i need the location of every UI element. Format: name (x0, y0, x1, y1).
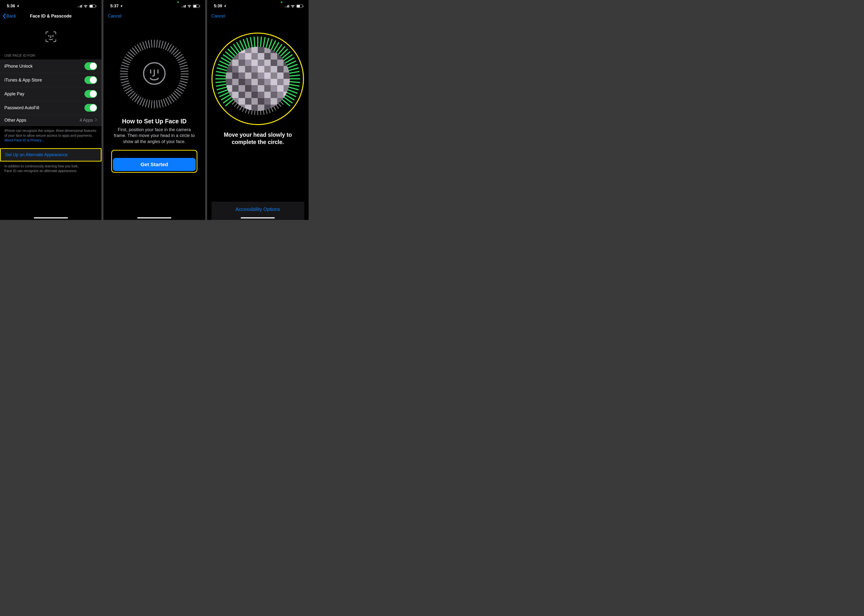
svg-line-33 (165, 98, 168, 105)
status-bar: 5:39 (207, 0, 308, 11)
svg-line-94 (290, 75, 300, 76)
svg-line-36 (159, 100, 160, 107)
svg-line-71 (146, 41, 148, 48)
cancel-button[interactable]: Cancel (209, 14, 225, 19)
svg-line-60 (122, 62, 129, 65)
get-started-button[interactable]: Get Started (113, 158, 196, 171)
svg-line-43 (140, 98, 143, 105)
svg-line-23 (180, 81, 187, 83)
scan-instruction: Move your head slowly to complete the ci… (211, 131, 304, 146)
svg-line-25 (179, 85, 185, 88)
row-label: iPhone Unlock (5, 64, 33, 69)
row-other-apps[interactable]: Other Apps 4 Apps (0, 115, 101, 126)
svg-line-5 (161, 41, 163, 48)
svg-line-109 (269, 108, 270, 113)
section-header: USE FACE ID FOR: (0, 50, 101, 59)
svg-line-4 (159, 40, 160, 48)
svg-line-96 (290, 82, 300, 82)
svg-line-7 (165, 43, 168, 50)
toggle-apple-pay[interactable] (85, 90, 97, 98)
screen-faceid-scanning: 5:39 Cancel Move your head slowly to com… (207, 0, 308, 220)
faceid-hero-icon (0, 23, 101, 50)
setup-alternate-appearance-row[interactable]: Set Up an Alternate Appearance (0, 148, 101, 162)
home-indicator[interactable] (137, 217, 172, 218)
svg-line-41 (146, 100, 148, 107)
svg-line-105 (278, 103, 281, 107)
screen-faceid-setup-intro: 5:37 Cancel How to Set Up Face ID Fir (104, 0, 205, 220)
svg-line-147 (250, 38, 252, 48)
nav-bar: Cancel (207, 11, 308, 23)
svg-line-40 (148, 100, 150, 107)
row-label: iTunes & App Store (5, 78, 42, 83)
svg-line-145 (243, 39, 247, 49)
svg-line-118 (242, 107, 245, 112)
status-time: 5:39 (214, 4, 222, 8)
wifi-icon (83, 5, 88, 8)
svg-line-73 (151, 40, 152, 47)
toggle-autofill[interactable] (85, 104, 97, 112)
svg-line-135 (219, 64, 228, 68)
svg-line-6 (164, 42, 166, 49)
row-label: Other Apps (5, 118, 26, 123)
camera-indicator-dot (281, 2, 282, 3)
svg-line-51 (123, 85, 130, 88)
svg-line-61 (123, 60, 130, 63)
row-itunes-appstore[interactable]: iTunes & App Store (0, 73, 101, 87)
svg-line-80 (266, 38, 269, 49)
svg-line-79 (263, 38, 265, 48)
home-indicator[interactable] (34, 217, 68, 218)
svg-line-107 (274, 106, 276, 110)
screen-faceid-settings: 5:36 Back Face ID & Passcode USE FACE ID… (0, 0, 101, 220)
face-scan-ring (211, 33, 304, 125)
svg-line-133 (217, 72, 227, 73)
svg-line-130 (216, 82, 227, 82)
get-started-highlight: Get Started (111, 150, 197, 173)
svg-line-128 (217, 87, 227, 90)
svg-line-99 (288, 90, 297, 93)
row-iphone-unlock[interactable]: iPhone Unlock (0, 59, 101, 73)
setup-alternate-appearance-label: Set Up an Alternate Appearance (5, 152, 68, 157)
svg-line-104 (280, 101, 283, 104)
battery-icon (89, 5, 96, 8)
svg-line-18 (181, 68, 188, 69)
svg-line-35 (161, 100, 163, 107)
svg-line-91 (288, 64, 297, 68)
svg-line-110 (266, 110, 267, 114)
svg-line-146 (247, 38, 250, 49)
cancel-button[interactable]: Cancel (106, 14, 121, 19)
svg-line-97 (289, 85, 299, 86)
camera-preview (226, 47, 290, 111)
svg-line-21 (181, 76, 188, 77)
svg-line-115 (252, 110, 252, 114)
about-faceid-privacy-link[interactable]: About Face ID & Privacy... (5, 138, 44, 142)
svg-line-17 (180, 65, 187, 67)
svg-line-92 (288, 68, 298, 71)
setup-heading: How to Set Up Face ID (122, 118, 186, 125)
signal-icon (285, 5, 289, 8)
svg-line-129 (217, 85, 227, 86)
wifi-icon (291, 5, 295, 8)
svg-line-106 (276, 105, 279, 108)
wifi-icon (187, 5, 192, 8)
svg-point-1 (53, 36, 53, 36)
svg-line-117 (246, 108, 247, 113)
svg-line-3 (157, 40, 157, 47)
svg-line-19 (181, 71, 188, 72)
home-indicator[interactable] (241, 217, 275, 218)
svg-line-54 (121, 79, 128, 80)
faceid-tick-ring (118, 38, 191, 110)
status-bar: 5:37 (104, 0, 205, 11)
svg-line-39 (151, 101, 152, 108)
svg-line-70 (143, 42, 145, 49)
status-time: 5:36 (7, 4, 15, 8)
toggle-iphone-unlock[interactable] (85, 62, 97, 70)
status-bar: 5:36 (0, 0, 101, 11)
back-button[interactable]: Back (2, 13, 16, 19)
toggle-itunes[interactable] (85, 76, 97, 84)
svg-point-0 (49, 36, 49, 36)
row-password-autofill[interactable]: Password AutoFill (0, 101, 101, 115)
accessibility-options-link[interactable]: Accessibility Options (236, 207, 280, 212)
svg-line-116 (249, 110, 250, 114)
svg-line-78 (261, 37, 262, 47)
row-apple-pay[interactable]: Apple Pay (0, 87, 101, 101)
